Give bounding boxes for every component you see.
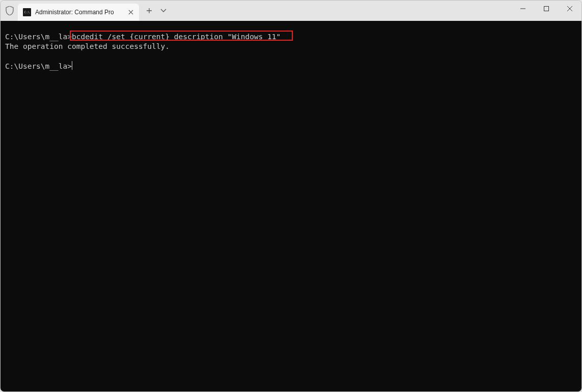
terminal-line-2: The operation completed successfully. xyxy=(5,42,577,51)
prompt-text: C:\Users\m__la> xyxy=(5,33,72,41)
tab-dropdown-button[interactable] xyxy=(156,4,171,18)
tab-close-button[interactable] xyxy=(127,8,135,16)
terminal-line-3: C:\Users\m__la> xyxy=(5,61,577,71)
close-window-button[interactable] xyxy=(558,1,581,17)
minimize-button[interactable] xyxy=(511,1,535,17)
command-text: bcdedit /set {current} description "Wind… xyxy=(72,33,281,41)
terminal-line-blank xyxy=(5,51,577,61)
active-tab[interactable]: C:\ Administrator: Command Pro xyxy=(18,4,139,21)
admin-shield-icon xyxy=(5,6,15,16)
terminal-window: C:\ Administrator: Command Pro xyxy=(1,1,581,391)
tab-title: Administrator: Command Pro xyxy=(35,9,125,16)
terminal-area[interactable]: C:\Users\m__la>bcdedit /set {current} de… xyxy=(1,21,581,391)
titlebar-left: C:\ Administrator: Command Pro xyxy=(1,1,171,21)
prompt-text: C:\Users\m__la> xyxy=(5,62,72,70)
text-cursor xyxy=(72,61,73,70)
title-bar[interactable]: C:\ Administrator: Command Pro xyxy=(1,1,581,21)
new-tab-button[interactable] xyxy=(142,4,156,18)
terminal-line-1: C:\Users\m__la>bcdedit /set {current} de… xyxy=(5,32,577,42)
maximize-button[interactable] xyxy=(535,1,558,17)
window-controls xyxy=(511,1,581,21)
cmd-icon: C:\ xyxy=(23,8,31,16)
svg-rect-0 xyxy=(544,7,549,11)
